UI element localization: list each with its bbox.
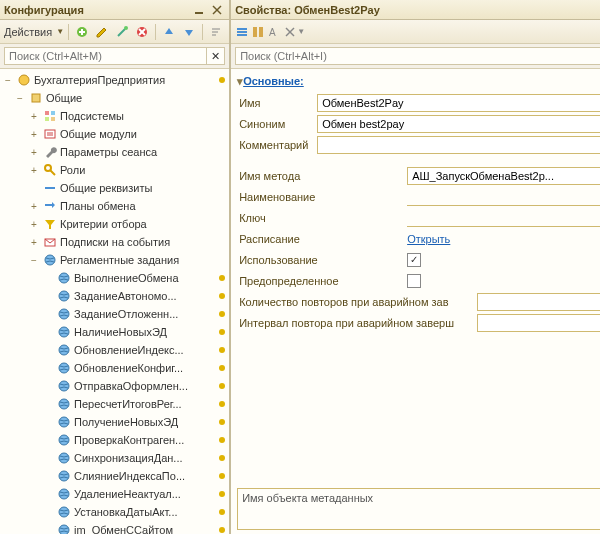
sort-icon[interactable]: [207, 23, 225, 41]
tree-job-item[interactable]: СлияниеИндексаПо...: [0, 467, 229, 485]
tree-item[interactable]: +Общие модули: [0, 125, 229, 143]
up-icon[interactable]: [160, 23, 178, 41]
svg-line-6: [118, 29, 125, 36]
tree-job-item[interactable]: ОтправкаОформлен...: [0, 377, 229, 395]
tree-job-item[interactable]: ВыполнениеОбмена: [0, 269, 229, 287]
tree-job-item[interactable]: НаличиеНовыхЭД: [0, 323, 229, 341]
tree-job-item[interactable]: ЗаданиеОтложенн...: [0, 305, 229, 323]
tree-item[interactable]: Общие реквизиты: [0, 179, 229, 197]
globe-icon: [56, 396, 72, 412]
use-label: Использование: [237, 254, 407, 266]
close-icon[interactable]: [209, 2, 225, 18]
tree-job-item[interactable]: ПроверкаКонтраген...: [0, 431, 229, 449]
tree-job-item[interactable]: СинхронизацияДан...: [0, 449, 229, 467]
predef-checkbox[interactable]: [407, 274, 421, 288]
tree-item[interactable]: +Параметры сеанса: [0, 143, 229, 161]
expand-icon[interactable]: +: [28, 129, 40, 140]
tree-item[interactable]: +Подписки на события: [0, 233, 229, 251]
tree-general[interactable]: − Общие: [0, 89, 229, 107]
clear-search-icon[interactable]: ✕: [207, 47, 225, 65]
synonym-field[interactable]: [317, 115, 600, 133]
expand-icon[interactable]: +: [28, 201, 40, 212]
svg-point-34: [59, 381, 69, 391]
tree-job-item[interactable]: УдалениеНеактуал...: [0, 485, 229, 503]
tree-item[interactable]: +Планы обмена: [0, 197, 229, 215]
chevron-down-icon[interactable]: ▼: [56, 27, 64, 36]
tree-item[interactable]: +Роли: [0, 161, 229, 179]
key-icon: [42, 162, 58, 178]
tree-item[interactable]: +Критерии отбора: [0, 215, 229, 233]
globe-icon: [56, 432, 72, 448]
tree-item[interactable]: +Подсистемы: [0, 107, 229, 125]
minimize-icon[interactable]: [191, 2, 207, 18]
modified-dot: [219, 473, 225, 479]
expand-icon[interactable]: +: [28, 165, 40, 176]
sort-alpha-icon[interactable]: A: [267, 25, 281, 39]
svg-point-14: [19, 75, 29, 85]
tree-job-item[interactable]: ОбновлениеИндекс...: [0, 341, 229, 359]
comment-label: Комментарий: [237, 139, 317, 151]
actions-menu[interactable]: Действия: [4, 26, 52, 38]
modified-dot: [219, 455, 225, 461]
schedule-link[interactable]: Открыть: [407, 233, 450, 245]
key-field[interactable]: [407, 209, 600, 227]
retries-field[interactable]: [477, 293, 600, 311]
tree-job-item[interactable]: jm_ОбменССайтом: [0, 521, 229, 534]
interval-label: Интервал повтора при аварийном заверш: [237, 317, 477, 329]
tree-job-item[interactable]: ОбновлениеКонфиг...: [0, 359, 229, 377]
edit-icon[interactable]: [93, 23, 111, 41]
tree-job-item[interactable]: ПересчетИтоговРег...: [0, 395, 229, 413]
display-field[interactable]: [407, 188, 600, 206]
expand-icon[interactable]: +: [28, 237, 40, 248]
svg-point-39: [59, 471, 69, 481]
comment-field[interactable]: [317, 136, 600, 154]
expand-icon[interactable]: +: [28, 219, 40, 230]
svg-rect-49: [237, 34, 247, 36]
globe-icon: [56, 522, 72, 534]
expand-icon[interactable]: +: [28, 111, 40, 122]
svg-rect-15: [32, 94, 40, 102]
dash-icon: [42, 180, 58, 196]
svg-point-7: [124, 26, 128, 30]
add-icon[interactable]: [73, 23, 91, 41]
globe-icon: [56, 270, 72, 286]
config-icon: [16, 72, 32, 88]
delete-icon[interactable]: [133, 23, 151, 41]
synonym-label: Синоним: [237, 118, 317, 130]
chevron-down-icon[interactable]: ▼: [297, 27, 305, 36]
name-field[interactable]: [317, 94, 600, 112]
globe-icon: [56, 288, 72, 304]
modified-dot: [219, 329, 225, 335]
tree-job-item[interactable]: ПолучениеНовыхЭД: [0, 413, 229, 431]
expand-icon[interactable]: −: [14, 93, 26, 104]
modified-dot: [219, 77, 225, 83]
globe-icon: [56, 414, 72, 430]
view-category-icon[interactable]: [251, 25, 265, 39]
expand-icon[interactable]: −: [28, 255, 40, 266]
svg-rect-19: [51, 117, 55, 121]
expand-icon[interactable]: +: [28, 147, 40, 158]
tree-root[interactable]: − БухгалтерияПредприятия: [0, 71, 229, 89]
modified-dot: [219, 347, 225, 353]
group-header[interactable]: Основные:: [237, 75, 600, 88]
view-list-icon[interactable]: [235, 25, 249, 39]
exchange-icon: [42, 198, 58, 214]
down-icon[interactable]: [180, 23, 198, 41]
filter-icon: [42, 216, 58, 232]
svg-rect-51: [259, 27, 263, 37]
use-checkbox[interactable]: ✓: [407, 253, 421, 267]
wand-icon[interactable]: [113, 23, 131, 41]
tree-job-item[interactable]: ЗаданиеАвтономо...: [0, 287, 229, 305]
props-search-input[interactable]: [235, 47, 600, 65]
expand-icon[interactable]: −: [2, 75, 14, 86]
clear-icon[interactable]: [285, 27, 295, 37]
config-search-input[interactable]: [4, 47, 207, 65]
method-field[interactable]: [407, 167, 600, 185]
interval-field[interactable]: [477, 314, 600, 332]
svg-point-35: [59, 399, 69, 409]
tree-item[interactable]: −Регламентные задания: [0, 251, 229, 269]
config-tree[interactable]: − БухгалтерияПредприятия − Общие +Подсис…: [0, 69, 229, 534]
modified-dot: [219, 311, 225, 317]
tree-job-item[interactable]: УстановкаДатыАкт...: [0, 503, 229, 521]
globe-icon: [56, 468, 72, 484]
